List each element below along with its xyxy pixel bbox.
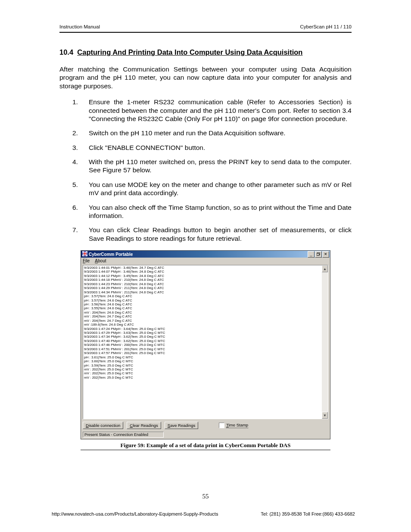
minimize-button[interactable]: _ [308,251,314,258]
section-heading: Capturing And Printing Data Into Compute… [77,48,302,56]
close-button[interactable]: ✕ [322,251,329,258]
app-icon [82,251,87,257]
disable-connection-button[interactable]: Disable connection [83,422,123,429]
step-item: 5.You can use MODE key on the meter and … [72,180,352,197]
app-window: CyberComm Portable _ ✕ File About 9/3/20… [81,250,330,439]
data-box[interactable]: 9/3/2003 1:44:01 PMpH : 3.46|Tem: 24.7 D… [83,265,328,419]
step-item: 1.Ensure the 1-meter RS232 communication… [72,98,352,123]
scrollbar[interactable]: ▲ ▼ [322,265,328,419]
menu-about[interactable]: About [95,258,106,263]
step-item: 2.Switch on the pH 110 meter and run the… [72,129,352,137]
step-item: 6.You can also check off the Time Stamp … [72,203,352,220]
status-bar: Present Status - Connection Enabled [83,432,164,438]
clear-readings-button[interactable]: Clear Readings [127,422,161,429]
header-right: CyberScan pH 11 / 110 [300,24,352,29]
header-rule [59,32,352,33]
scroll-down-icon[interactable]: ▼ [322,412,328,419]
data-readings: 9/3/2003 1:44:01 PMpH : 3.46|Tem: 24.7 D… [83,265,328,380]
footer-url: http://www.novatech-usa.com/Products/Lab… [52,511,218,516]
intro-paragraph: After matching the Communication Setting… [59,65,352,90]
app-title: CyberComm Portable [89,252,133,257]
timestamp-label: Time Stamp [226,423,248,428]
restore-button[interactable] [315,251,322,258]
menubar: File About [81,258,330,264]
scroll-up-icon[interactable]: ▲ [322,265,328,272]
step-item: 7.You can click Clear Readings button to… [72,226,352,243]
header-left: Instruction Manual [59,24,100,29]
section-number: 10.4 [59,48,73,56]
svg-rect-3 [317,253,319,255]
step-item: 4.With the pH 110 meter switched on, pre… [72,158,352,174]
section-title: 10.4 Capturing And Printing Data Into Co… [59,48,352,56]
save-readings-button[interactable]: Save Readings [165,422,198,429]
figure-caption: Figure 59: Example of a set of data prin… [81,442,330,450]
steps-list: 1.Ensure the 1-meter RS232 communication… [72,98,352,243]
titlebar: CyberComm Portable _ ✕ [81,251,330,258]
menu-file[interactable]: File [83,258,90,263]
footer-contact: Tel: (281) 359-8538 Toll Free:(866) 433-… [261,511,355,516]
timestamp-checkbox[interactable] [219,423,224,428]
page-number: 55 [0,493,411,500]
step-item: 3.Click "ENABLE CONNECTION" button. [72,143,352,152]
